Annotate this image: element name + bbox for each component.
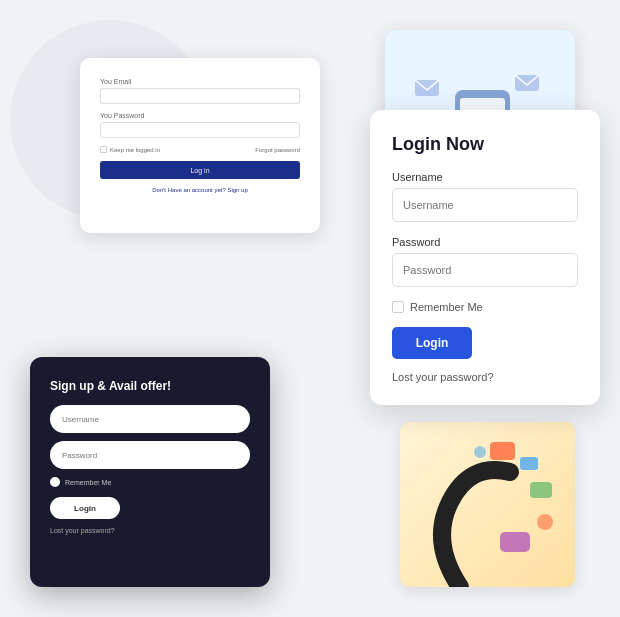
password-label: Password bbox=[392, 236, 578, 248]
card-top-left: You Email You Password Keep me logged in… bbox=[80, 58, 320, 233]
remember-row: Remember Me bbox=[392, 301, 578, 313]
signup-link-small[interactable]: Sign up bbox=[227, 187, 247, 193]
svg-rect-14 bbox=[500, 532, 530, 552]
password-input[interactable] bbox=[392, 253, 578, 287]
dark-remember-radio[interactable] bbox=[50, 477, 60, 487]
username-input[interactable] bbox=[392, 188, 578, 222]
dark-login-btn[interactable]: Login bbox=[50, 497, 120, 519]
illustration-svg-bottom bbox=[400, 422, 575, 587]
remember-label-small: Keep me logged in bbox=[110, 147, 160, 153]
signup-text-small: Don't Have an account yet? Sign up bbox=[100, 187, 300, 193]
svg-rect-11 bbox=[490, 442, 515, 460]
forgot-link-small[interactable]: Forgot password bbox=[255, 147, 300, 153]
svg-rect-12 bbox=[520, 457, 538, 470]
password-section: Password bbox=[392, 236, 578, 287]
remember-checkbox-small[interactable] bbox=[100, 146, 107, 153]
main-login-btn[interactable]: Login bbox=[392, 327, 472, 359]
svg-point-15 bbox=[537, 514, 553, 530]
dark-password-input[interactable] bbox=[50, 441, 250, 469]
remember-row-small: Keep me logged in bbox=[100, 146, 160, 153]
lost-password-link[interactable]: Lost your password? bbox=[392, 371, 578, 383]
dark-username-input[interactable] bbox=[50, 405, 250, 433]
svg-rect-10 bbox=[400, 422, 575, 587]
password-input-small[interactable] bbox=[100, 122, 300, 138]
login-btn-small[interactable]: Log in bbox=[100, 161, 300, 179]
remember-label: Remember Me bbox=[410, 301, 483, 313]
remember-checkbox[interactable] bbox=[392, 301, 404, 313]
card-dark: Sign up & Avail offer! Remember Me Login… bbox=[30, 357, 270, 587]
username-label: Username bbox=[392, 171, 578, 183]
dark-card-title: Sign up & Avail offer! bbox=[50, 379, 250, 393]
dark-lost-password[interactable]: Lost your password? bbox=[50, 527, 250, 534]
svg-point-16 bbox=[474, 446, 486, 458]
svg-rect-13 bbox=[530, 482, 552, 498]
dark-remember-row: Remember Me bbox=[50, 477, 250, 487]
password-label-small: You Password bbox=[100, 112, 300, 119]
main-card-title: Login Now bbox=[392, 134, 578, 155]
card-main: Login Now Username Password Remember Me … bbox=[370, 110, 600, 405]
dark-remember-label: Remember Me bbox=[65, 479, 111, 486]
email-input-small[interactable] bbox=[100, 88, 300, 104]
email-label-small: You Email bbox=[100, 78, 300, 85]
card-illustration-bottom bbox=[400, 422, 575, 587]
username-section: Username bbox=[392, 171, 578, 222]
